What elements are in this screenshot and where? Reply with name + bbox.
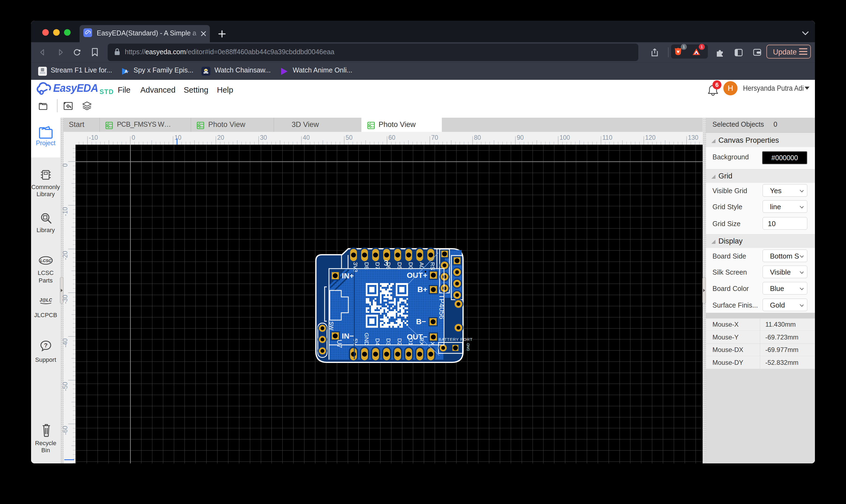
svg-text:OUT+: OUT+	[407, 271, 427, 280]
svg-text:B+: B+	[417, 285, 427, 294]
svg-text:B−: B−	[416, 318, 426, 326]
svg-text:IN+: IN+	[342, 272, 354, 280]
svg-text:OUT−: OUT−	[407, 332, 427, 341]
svg-text:D3: D3	[385, 338, 392, 345]
svg-text:3V3: 3V3	[352, 262, 359, 272]
svg-text:D2: D2	[396, 338, 403, 345]
svg-text:3: 3	[384, 258, 388, 267]
svg-text:IN−: IN−	[342, 332, 354, 340]
svg-text:U7: U7	[336, 340, 343, 348]
svg-text:GND: GND	[364, 332, 370, 345]
svg-text:TP4056: TP4056	[438, 294, 446, 319]
svg-text:GND: GND	[466, 343, 470, 351]
svg-text:A0: A0	[419, 262, 425, 269]
svg-text:D4: D4	[374, 338, 381, 345]
